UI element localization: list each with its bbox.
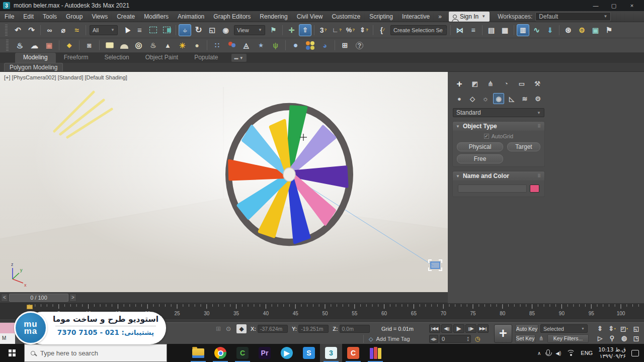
zoom-all-icon[interactable]: ⇕▪ xyxy=(606,324,618,333)
atom-spheres-icon[interactable] xyxy=(225,39,238,51)
viewport-label[interactable]: [+] [PhysCamera002] [Standard] [Default … xyxy=(4,74,127,80)
menu-file[interactable]: File xyxy=(0,11,19,22)
schematic-view-icon[interactable]: ⇓ xyxy=(544,24,556,36)
selection-filter-dropdown[interactable]: All▼ xyxy=(90,25,118,35)
next-frame-arrow[interactable]: > xyxy=(69,294,76,302)
angle-snap-icon[interactable]: ∟? xyxy=(331,24,343,36)
select-and-place-icon[interactable]: ◉ xyxy=(219,24,232,36)
set-key-button[interactable]: Set Key xyxy=(515,334,535,343)
utilities-tab-icon[interactable]: ⚒ xyxy=(532,78,543,89)
select-and-manipulate-icon[interactable]: ✛ xyxy=(285,24,298,36)
maxscript-mini-listener[interactable] xyxy=(0,323,15,333)
sphere-light-icon[interactable]: ● xyxy=(191,39,203,51)
key-filters-icon[interactable]: ⋔ xyxy=(537,334,545,343)
speaker-icon[interactable]: ◀) xyxy=(555,350,561,356)
select-and-scale-icon[interactable]: ◱ xyxy=(206,24,218,36)
target-button[interactable]: Target xyxy=(507,142,540,151)
menu-animation[interactable]: Animation xyxy=(173,11,209,22)
menu-views[interactable]: Views xyxy=(87,11,112,22)
render-in-cloud-icon[interactable]: ♨ xyxy=(14,39,26,51)
render-production-icon[interactable]: ⚑ xyxy=(603,24,615,36)
previous-frame-arrow[interactable]: < xyxy=(1,294,8,302)
taskbar-camtasia[interactable]: C xyxy=(231,344,254,362)
key-filters-button[interactable]: Key Filters... xyxy=(547,334,589,343)
ring-light-icon[interactable]: ◎ xyxy=(132,39,145,51)
action-center-icon[interactable] xyxy=(631,350,639,356)
helpers-icon[interactable]: ◺ xyxy=(506,93,517,104)
named-selection-dropdown[interactable]: Create Selection Se▼ xyxy=(390,25,447,35)
taskbar-clock[interactable]: 10:13 ق.ظ ۱۳۹۹/۰۹/۲۶ xyxy=(598,346,626,359)
crystal-icon[interactable]: ٭ xyxy=(255,39,267,51)
cloud-icon[interactable]: ☁ xyxy=(28,39,41,51)
sphere-blue-icon[interactable]: ● xyxy=(289,39,302,51)
toolbar-grip[interactable] xyxy=(5,25,8,36)
light-board-icon[interactable]: ◆ xyxy=(63,39,75,51)
systems-icon[interactable]: ⚙ xyxy=(532,93,543,104)
lights-icon[interactable]: ☼ xyxy=(480,93,491,104)
auto-key-button[interactable]: Auto Key xyxy=(515,324,538,333)
taskbar-3dsmax[interactable]: 3 xyxy=(320,344,342,362)
go-to-start-button[interactable]: |◀◀ xyxy=(429,324,440,333)
select-and-link-icon[interactable]: ∞ xyxy=(43,24,56,36)
taskbar-camtasia-recorder[interactable]: C xyxy=(342,344,364,362)
cameras-icon[interactable]: ◉ xyxy=(493,93,504,104)
time-slider[interactable]: < 0 / 100 > xyxy=(0,292,448,303)
align-icon[interactable]: ≡ xyxy=(467,24,479,36)
ref-coord-dropdown[interactable]: View▼ xyxy=(234,25,265,35)
tab-selection[interactable]: Selection xyxy=(96,53,137,63)
video-camera-icon[interactable]: ◙ xyxy=(83,39,96,51)
mirror-icon[interactable]: ⋈ xyxy=(453,24,466,36)
current-frame-marker[interactable] xyxy=(27,305,33,309)
viewport[interactable]: [+] [PhysCamera002] [Standard] [Default … xyxy=(0,72,448,292)
scene-explorer-icon[interactable]: ▤ xyxy=(485,24,498,36)
viewport-canvas[interactable]: z x y xyxy=(0,72,448,292)
taskbar-file-explorer[interactable] xyxy=(187,344,209,362)
material-editor-icon[interactable]: ⊛ xyxy=(562,24,575,36)
tab-freeform[interactable]: Freeform xyxy=(56,53,97,63)
layer-explorer-icon[interactable]: ▦ xyxy=(499,24,511,36)
clipboard-icon[interactable]: ⊞ xyxy=(339,39,351,51)
textured-sphere-icon[interactable]: ◕ xyxy=(318,39,331,51)
window-crossing-icon[interactable] xyxy=(160,24,173,36)
taskbar-winrar[interactable] xyxy=(364,344,386,362)
time-configuration-icon[interactable]: ◷ xyxy=(472,334,482,343)
start-button[interactable] xyxy=(0,344,24,362)
color-balls-icon[interactable] xyxy=(304,39,316,51)
minimize-button[interactable]: — xyxy=(587,0,605,11)
language-indicator[interactable]: ENG xyxy=(581,350,593,356)
select-and-move-icon[interactable]: ↔↕ xyxy=(179,24,191,36)
key-mode-toggle[interactable]: ◀▶ xyxy=(429,335,438,343)
object-name-input[interactable] xyxy=(458,185,527,193)
use-pivot-point-icon[interactable]: ⚑ xyxy=(267,24,280,36)
rect-selection-region-icon[interactable] xyxy=(147,24,159,36)
hierarchy-tab-icon[interactable]: ⋔ xyxy=(485,78,496,89)
zoom-region-icon[interactable]: ◱ xyxy=(630,324,642,333)
menu-create[interactable]: Create xyxy=(112,11,139,22)
isolate-selection-icon[interactable]: ⊞ xyxy=(213,324,223,333)
unlink-selection-icon[interactable]: ⌀ xyxy=(57,24,69,36)
physical-button[interactable]: Physical xyxy=(457,142,503,151)
polygon-modeling-panel-tab[interactable]: Polygon Modeling xyxy=(4,63,63,71)
geometry-icon[interactable]: ● xyxy=(454,93,465,104)
current-frame-field[interactable]: 0 ▴▾ xyxy=(440,335,471,343)
menu-tools[interactable]: Tools xyxy=(38,11,61,22)
taskbar-telegram[interactable]: ▶ xyxy=(276,344,298,362)
sun-icon[interactable]: ☀ xyxy=(176,39,189,51)
toolbar-grip[interactable] xyxy=(6,40,9,51)
redo-icon[interactable]: ↷ xyxy=(25,24,38,36)
menu-overflow-chevron[interactable]: » xyxy=(434,13,446,20)
microphone-icon[interactable] xyxy=(546,349,550,355)
window-light-icon[interactable] xyxy=(103,39,116,51)
tab-object-paint[interactable]: Object Paint xyxy=(137,53,186,63)
previous-frame-button[interactable]: ◀|| xyxy=(441,324,452,333)
bind-to-space-warp-icon[interactable]: ≈ xyxy=(70,24,83,36)
object-color-swatch[interactable] xyxy=(530,185,539,193)
z-coordinate-field[interactable]: 0.0m xyxy=(340,325,370,333)
motion-tab-icon[interactable]: ◔ xyxy=(501,78,512,89)
autogrid-checkbox[interactable]: ✔ xyxy=(484,134,489,139)
taskbar-chrome[interactable] xyxy=(209,344,231,362)
select-and-rotate-icon[interactable]: ↻ xyxy=(192,24,205,36)
render-setup-icon[interactable]: ⚙ xyxy=(576,24,588,36)
name-color-header[interactable]: ▼ Name and Color ⠿ xyxy=(453,171,544,180)
menu-scripting[interactable]: Scripting xyxy=(365,11,397,22)
